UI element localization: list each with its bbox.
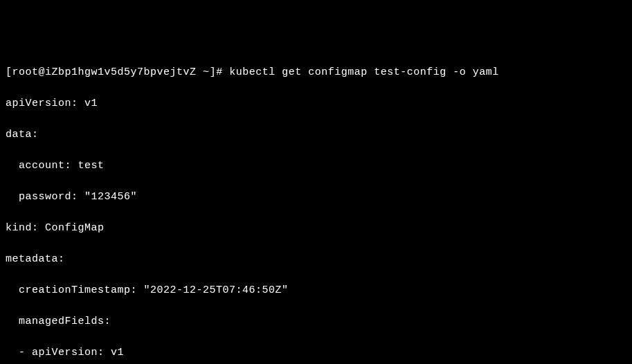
output-data: data:: [6, 127, 626, 143]
prompt-line-1: [root@iZbp1hgw1v5d5y7bpvejtvZ ~]# kubect…: [6, 65, 626, 81]
prompt-symbol: #: [216, 66, 223, 78]
output-mf-apiversion: - apiVersion: v1: [6, 345, 626, 361]
command-input[interactable]: kubectl get configmap test-config -o yam…: [229, 66, 499, 78]
output-password: password: "123456": [6, 190, 626, 206]
output-metadata: metadata:: [6, 252, 626, 268]
output-managedfields: managedFields:: [6, 314, 626, 330]
prompt-host: iZbp1hgw1v5d5y7bpvejtvZ: [45, 66, 197, 78]
output-account: account: test: [6, 158, 626, 174]
prompt-cwd: ~: [203, 66, 210, 78]
output-creationtimestamp: creationTimestamp: "2022-12-25T07:46:50Z…: [6, 283, 626, 299]
prompt-user: root: [12, 66, 39, 78]
output-kind: kind: ConfigMap: [6, 221, 626, 237]
output-apiversion: apiVersion: v1: [6, 96, 626, 112]
